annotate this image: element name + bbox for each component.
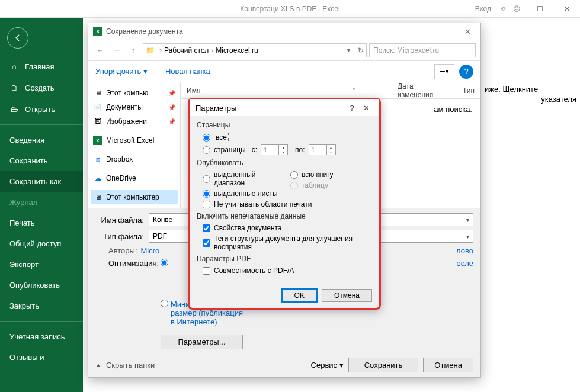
service-menu[interactable]: Сервис ▾ [311,361,344,369]
login-link[interactable]: Вход [475,5,491,13]
modal-body: Страницы все страницы с: 1 по: 1 Опублик… [190,116,379,283]
window-controls: — ☐ ✕ [500,0,580,18]
sidebar-item-home[interactable]: ⌂Главная [0,56,83,77]
sidebar-item-save[interactable]: Сохранить [0,150,83,171]
modal-cancel-button[interactable]: Отмена [322,289,372,302]
tree-item[interactable]: 🖼Изображени📌 [91,114,178,128]
sidebar-item-publish[interactable]: Опубликовать [0,275,83,295]
tags-link[interactable]: лово [456,246,473,255]
pdfa-checkbox[interactable]: Совместимость с PDF/A [197,265,372,276]
organize-button[interactable]: Упорядочить ▾ [95,67,148,76]
image-icon: 🖼 [93,117,102,126]
modal-close-button[interactable]: ✕ [359,104,373,113]
col-type[interactable]: Тип [457,86,480,95]
ok-button[interactable]: OK [282,289,317,302]
col-date[interactable]: Дата изменения [392,82,457,99]
nav-forward-button[interactable]: → [110,43,124,57]
authors-value[interactable]: Micro [141,246,160,255]
sidebar-item-share[interactable]: Общий доступ [0,233,83,254]
new-icon: 🗋 [9,83,19,92]
back-arrow-icon [13,33,23,43]
tree-item[interactable]: ☁OneDrive [91,171,178,185]
dialog-toolbar: Упорядочить ▾ Новая папка ☰▾ ? [88,61,480,82]
parameters-button[interactable]: Параметры... [161,335,243,349]
maximize-button[interactable]: ☐ [527,0,553,18]
save-button[interactable]: Сохранить [348,358,419,372]
hide-folders-link[interactable]: Скрыть папки [106,361,155,369]
close-button[interactable]: ✕ [553,0,580,18]
tree-item[interactable]: 📄Документы📌 [91,100,178,114]
pages-all-radio[interactable]: все [197,131,372,143]
sidebar-item-label: Экспорт [9,260,39,269]
sidebar-item-label: Открыть [25,105,55,114]
sidebar-item-export[interactable]: Экспорт [0,254,83,275]
tree-item[interactable]: XMicrosoft Excel [91,133,178,147]
view-button[interactable]: ☰▾ [434,64,454,79]
tree-item[interactable]: ⧈Dropbox [91,152,178,166]
home-icon: ⌂ [9,62,19,71]
publish-selrange-radio[interactable]: выделенный диапазон [197,169,284,188]
search-input[interactable]: Поиск: Microexcel.ru [369,43,476,57]
sidebar-item-print[interactable]: Печать [0,213,83,233]
breadcrumb-sep: › [159,46,162,54]
breadcrumb-item[interactable]: Рабочий стол [164,46,209,54]
ignore-print-checkbox[interactable]: Не учитывать области печати [197,199,372,210]
window-title: Конвертаци XLS в PDF - Excel [240,5,339,13]
pc-icon: 🖥 [93,88,102,98]
collapse-icon[interactable]: ▲ [95,362,101,368]
newfolder-button[interactable]: Новая папка [165,67,210,76]
sidebar-item-info[interactable]: Сведения [0,130,83,150]
sidebar-item-open[interactable]: 🗁Открыть [0,98,83,120]
help-button[interactable]: ? [459,65,473,79]
include-props-checkbox[interactable]: Свойства документа [197,223,372,233]
publish-selsheets-radio[interactable]: выделенные листы [197,188,284,199]
sidebar-item-saveas[interactable]: Сохранить как [0,171,83,192]
sidebar-item-label: Сведения [9,136,44,144]
publish-book-radio[interactable]: всю книгу [284,169,372,180]
back-button[interactable] [7,27,28,49]
column-headers: Имя ^ Дата изменения Тип [181,82,480,99]
sidebar-item-feedback[interactable]: Отзывы и [0,347,83,368]
optimize-label: Оптимизация: [108,259,155,268]
col-name[interactable]: Имя [181,86,317,95]
include-tags-checkbox[interactable]: Теги структуры документа для улучшения в… [197,233,372,252]
nav-back-button[interactable]: ← [93,43,107,57]
publish-group-title: Опубликовать [197,159,372,167]
tree-item[interactable]: 🖥Этот компью📌 [91,86,178,100]
pdf-group-title: Параметры PDF [197,255,372,263]
page-to-input[interactable]: 1 [309,144,336,155]
modal-titlebar: Параметры ? ✕ [190,99,379,116]
sidebar-item-label: Сохранить [9,156,48,165]
dialog-footer: ▲ Скрыть папки Сервис ▾ Сохранить Отмена [95,358,473,372]
pages-group-title: Страницы [197,121,372,129]
tree-item[interactable]: 🖥Этот компьютер [91,190,178,204]
sidebar-item-new[interactable]: 🗋Создать [0,77,83,98]
breadcrumb-item[interactable]: Microexcel.ru [216,46,258,54]
sidebar-item-label: Отзывы и [9,353,44,362]
nav-up-button[interactable]: ↑ [126,43,140,57]
folder-icon: 📁 [146,46,155,54]
sidebar-item-close[interactable]: Закрыть [0,295,83,316]
help-text-fragment: иже. Щелкните указателя [485,85,576,104]
dialog-close-button[interactable]: ✕ [460,25,476,38]
dialog-title: Сохранение документа [106,27,183,36]
minimize-button[interactable]: — [500,0,527,18]
dropdown-icon[interactable]: ▾ [347,47,350,53]
open-after-link[interactable]: осле [456,259,473,268]
breadcrumb-sep: › [211,46,213,54]
pages-range-radio[interactable]: страницы с: 1 по: 1 [197,143,372,156]
sidebar-item-account[interactable]: Учетная запись [0,326,83,347]
sidebar-item-label: Опубликовать [9,281,60,290]
divider [0,321,83,322]
cancel-button[interactable]: Отмена [423,358,473,372]
sidebar-item-label: Закрыть [9,301,39,310]
page-from-input[interactable]: 1 [261,144,288,155]
address-bar[interactable]: 📁 › Рабочий стол › Microexcel.ru ▾ ↻ [143,43,367,57]
excel-icon: X [93,27,102,36]
dropbox-icon: ⧈ [93,155,102,164]
modal-title: Параметры [196,104,345,113]
modal-help-button[interactable]: ? [345,104,359,113]
window-titlebar: Конвертаци XLS в PDF - Excel Вход ☺ ☹ — … [0,0,580,18]
pin-icon: 📌 [168,90,175,97]
refresh-icon[interactable]: ↻ [354,46,364,54]
